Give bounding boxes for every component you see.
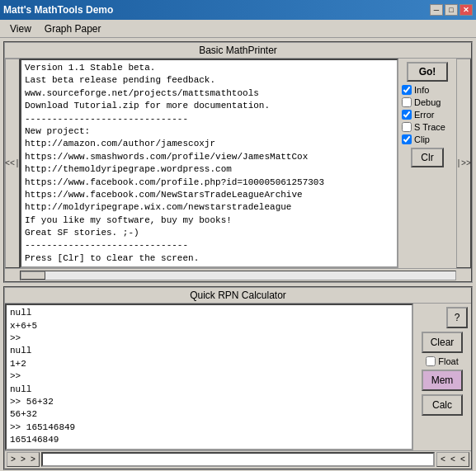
menu-bar: View Graph Paper [0, 20, 476, 38]
math-printer-section: Basic MathPrinter <<| Version 1.1 Stable… [3, 41, 473, 283]
rpn-input-field[interactable] [41, 452, 435, 467]
clr-button[interactable]: Clr [411, 148, 444, 167]
menu-graph-paper[interactable]: Graph Paper [38, 21, 108, 36]
nav-left-icon: <<| [5, 159, 20, 168]
float-label: Float [438, 356, 458, 366]
math-printer-right-panel: Go! Info Debug Error [398, 59, 456, 268]
math-printer-title: Basic MathPrinter [5, 43, 471, 59]
h-scroll-thumb[interactable] [21, 271, 45, 280]
strace-checkbox[interactable] [402, 122, 412, 132]
minimize-button[interactable]: ─ [430, 4, 443, 16]
info-checkbox-item[interactable]: Info [402, 85, 453, 95]
nav-right-button[interactable]: |>> [456, 59, 471, 268]
info-checkbox[interactable] [402, 85, 412, 95]
debug-label: Debug [414, 97, 441, 107]
h-scroll-track[interactable] [20, 271, 456, 280]
strace-label: S Trace [414, 122, 445, 132]
input-nav-left-icon: > > > [11, 455, 35, 464]
title-bar-buttons: ─ □ ✕ [430, 4, 473, 16]
clear-button[interactable]: Clear [422, 332, 463, 353]
nav-left-button[interactable]: <<| [5, 59, 20, 268]
math-printer-output[interactable]: Version 1.1 Stable beta. Last beta relea… [20, 59, 398, 268]
info-label: Info [414, 85, 429, 95]
question-button[interactable]: ? [446, 307, 468, 328]
h-scroll-area [5, 268, 471, 281]
checkbox-group: Info Debug Error S Trace [402, 85, 453, 144]
mem-button[interactable]: Mem [422, 370, 463, 391]
rpn-right-panel: ? Clear Float Mem Calc [413, 304, 471, 450]
input-nav-right-icon: < < < [441, 455, 465, 464]
math-printer-content: <<| Version 1.1 Stable beta. Last beta r… [5, 59, 471, 268]
nav-right-icon: |>> [456, 159, 471, 168]
float-checkbox-item[interactable]: Float [426, 356, 458, 366]
clip-checkbox[interactable] [402, 134, 412, 144]
clip-checkbox-item[interactable]: Clip [402, 134, 453, 144]
error-label: Error [414, 110, 434, 120]
title-bar: Matt's MathTools Demo ─ □ ✕ [0, 0, 476, 20]
rpn-calculator-section: Quick RPN Calculator null x+6+5 >> null … [3, 286, 473, 469]
input-nav-right-button[interactable]: < < < [436, 452, 469, 467]
debug-checkbox-item[interactable]: Debug [402, 97, 453, 107]
rpn-calculator-title: Quick RPN Calculator [5, 288, 471, 304]
rpn-input-bar: > > > < < < [5, 450, 471, 469]
strace-checkbox-item[interactable]: S Trace [402, 122, 453, 132]
go-button[interactable]: Go! [407, 62, 448, 82]
calc-button[interactable]: Calc [422, 394, 463, 416]
float-checkbox[interactable] [426, 356, 436, 366]
restore-button[interactable]: □ [445, 4, 458, 16]
window-title: Matt's MathTools Demo [3, 4, 113, 16]
error-checkbox-item[interactable]: Error [402, 110, 453, 120]
clip-label: Clip [414, 134, 430, 144]
menu-view[interactable]: View [3, 21, 38, 36]
main-content: Basic MathPrinter <<| Version 1.1 Stable… [0, 38, 476, 471]
rpn-content: null x+6+5 >> null 1+2 >> null >> 56+32 … [5, 304, 471, 450]
input-nav-left-button[interactable]: > > > [7, 452, 40, 467]
debug-checkbox[interactable] [402, 97, 412, 107]
close-button[interactable]: ✕ [460, 4, 473, 16]
rpn-output[interactable]: null x+6+5 >> null 1+2 >> null >> 56+32 … [5, 304, 413, 450]
error-checkbox[interactable] [402, 110, 412, 120]
